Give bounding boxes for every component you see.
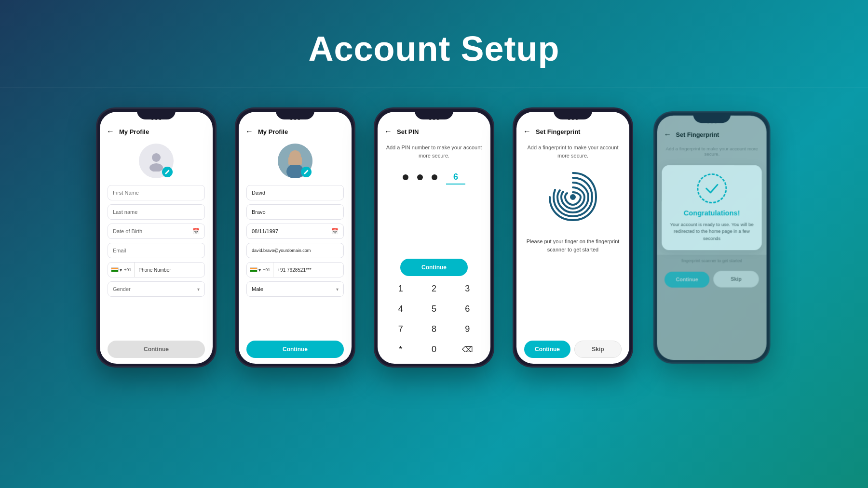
- numpad-8[interactable]: 8: [419, 320, 449, 338]
- edit-icon-2: [303, 169, 309, 175]
- faded-bottom: fingerprint scanner to get started Conti…: [657, 255, 767, 360]
- nav-bar-3: ← Set PIN: [378, 125, 490, 140]
- nav-bar-1: ← My Profile: [100, 125, 213, 140]
- phone-5: ← Set Fingerprint Add a fingerprint to m…: [653, 111, 771, 364]
- numpad-2[interactable]: 2: [419, 280, 449, 297]
- back-button-2[interactable]: ←: [245, 127, 253, 136]
- pin-input-row: [385, 170, 483, 185]
- fp-subtitle: Add a fingerprint to make your account m…: [524, 144, 622, 159]
- continue-button-3[interactable]: Continue: [400, 259, 468, 276]
- fp-buttons-row: Continue Skip: [524, 337, 622, 358]
- content-3: Add a PIN number to make your account mo…: [378, 140, 490, 364]
- notch-5: [693, 113, 731, 123]
- continue-button-1[interactable]: Continue: [108, 341, 205, 358]
- email-field-2[interactable]: david.bravo@yourdomain.com: [246, 243, 344, 258]
- numpad-6[interactable]: 6: [452, 300, 483, 317]
- page-title: Account Setup: [0, 29, 868, 68]
- numpad-asterisk[interactable]: *: [385, 341, 416, 358]
- svg-point-0: [152, 153, 161, 162]
- content-4: Add a fingerprint to make your account m…: [516, 140, 629, 364]
- avatar-container-2: [278, 144, 312, 178]
- screen-title-3: Set PIN: [397, 128, 419, 135]
- calendar-icon-1: 📅: [192, 228, 200, 235]
- flag-1: [111, 267, 119, 272]
- faded-instruction: fingerprint scanner to get started: [665, 259, 759, 264]
- fp-skip-button[interactable]: Skip: [574, 341, 622, 358]
- screen-3: ← Set PIN Add a PIN number to make your …: [378, 112, 490, 364]
- firstname-field-1[interactable]: First Name: [108, 185, 205, 200]
- chevron-down-icon-1: ▾: [197, 287, 200, 292]
- numpad-3: 1 2 3 4 5 6 7 8 9 * 0 ⌫: [385, 280, 483, 358]
- flag-2: [250, 267, 258, 272]
- congrats-title: Congratulations!: [668, 209, 755, 217]
- back-button-1[interactable]: ←: [107, 127, 114, 136]
- congrats-buttons: Continue Skip: [665, 267, 759, 288]
- country-selector-2[interactable]: ▾ +91: [247, 263, 273, 277]
- nav-bar-2: ← My Profile: [239, 125, 352, 140]
- pin-dot-2: [417, 174, 423, 180]
- screen-5: ← Set Fingerprint Add a fingerprint to m…: [657, 116, 767, 360]
- avatar-edit-1[interactable]: [162, 167, 173, 177]
- notch-2: [276, 109, 314, 119]
- back-button-3[interactable]: ←: [384, 127, 392, 136]
- phone-1: ← My Profile: [96, 107, 217, 368]
- screen-2: ← My Profile: [239, 112, 352, 364]
- email-field-1[interactable]: Email: [108, 243, 205, 258]
- content-2: David Bravo 08/11/1997 📅 david.bravo@you…: [239, 140, 352, 364]
- screen-title-2: My Profile: [258, 128, 288, 135]
- svg-point-6: [570, 194, 576, 200]
- numpad-5[interactable]: 5: [419, 300, 449, 317]
- phone-4: ← Set Fingerprint Add a fingerprint to m…: [513, 107, 633, 368]
- fp-instruction: Please put your finger on the fingerprin…: [524, 237, 622, 253]
- congrats-continue[interactable]: Continue: [665, 272, 709, 288]
- lastname-field-1[interactable]: Last name: [108, 204, 205, 220]
- fingerprint-svg: [544, 168, 602, 226]
- numpad-backspace[interactable]: ⌫: [452, 341, 483, 358]
- gender-field-2[interactable]: Male ▾: [246, 281, 344, 297]
- calendar-icon-2: 📅: [331, 228, 339, 235]
- gender-field-1[interactable]: Gender ▾: [108, 281, 205, 297]
- continue-button-2[interactable]: Continue: [246, 341, 344, 358]
- edit-icon-1: [164, 169, 170, 175]
- avatar-container-1: [139, 144, 174, 178]
- dob-field-1[interactable]: Date of Birth 📅: [108, 224, 205, 239]
- checkmark-icon: [704, 180, 720, 197]
- phone-number-2: +91 7628521***: [273, 267, 315, 273]
- screen-title-4: Set Fingerprint: [536, 128, 580, 135]
- lastname-field-2[interactable]: Bravo: [246, 204, 344, 220]
- pin-dot-1: [403, 174, 408, 180]
- numpad-7[interactable]: 7: [385, 320, 416, 338]
- svg-rect-5: [288, 157, 302, 165]
- numpad-4[interactable]: 4: [385, 300, 416, 317]
- pin-last-digit[interactable]: [446, 170, 465, 185]
- numpad-3[interactable]: 3: [452, 280, 483, 297]
- phone-field-1[interactable]: ▾ +91 Phone Number: [108, 262, 205, 277]
- screen-title-1: My Profile: [119, 128, 149, 135]
- back-button-4[interactable]: ←: [523, 127, 531, 136]
- header-divider: [0, 88, 868, 88]
- bg-text-5: Add a fingerprint to make your account m…: [657, 143, 767, 160]
- numpad-9[interactable]: 9: [452, 320, 483, 338]
- phone-3: ← Set PIN Add a PIN number to make your …: [374, 107, 494, 368]
- screen-1: ← My Profile: [100, 112, 213, 364]
- check-circle: [697, 173, 727, 203]
- phone-2: ← My Profile: [235, 107, 355, 368]
- congrats-card: Congratulations! Your account is ready t…: [662, 165, 762, 251]
- pin-subtitle: Add a PIN number to make your account mo…: [385, 144, 483, 159]
- back-button-5[interactable]: ←: [664, 131, 671, 139]
- notch-1: [137, 109, 176, 119]
- firstname-field-2[interactable]: David: [246, 185, 344, 200]
- dob-field-2[interactable]: 08/11/1997 📅: [246, 224, 344, 239]
- screen-4: ← Set Fingerprint Add a fingerprint to m…: [516, 112, 629, 364]
- avatar-edit-2[interactable]: [301, 167, 312, 177]
- nav-bar-4: ← Set Fingerprint: [516, 125, 629, 140]
- numpad-1[interactable]: 1: [385, 280, 416, 297]
- numpad-0[interactable]: 0: [419, 341, 449, 358]
- country-selector-1[interactable]: ▾ +91: [108, 263, 135, 277]
- content-1: First Name Last name Date of Birth 📅 Ema…: [100, 140, 213, 364]
- screen-title-5: Set Fingerprint: [676, 131, 719, 138]
- fp-continue-button[interactable]: Continue: [524, 341, 570, 358]
- congrats-skip[interactable]: Skip: [713, 271, 759, 288]
- phone-field-2[interactable]: ▾ +91 +91 7628521***: [246, 262, 344, 277]
- page-header: Account Setup: [0, 0, 868, 88]
